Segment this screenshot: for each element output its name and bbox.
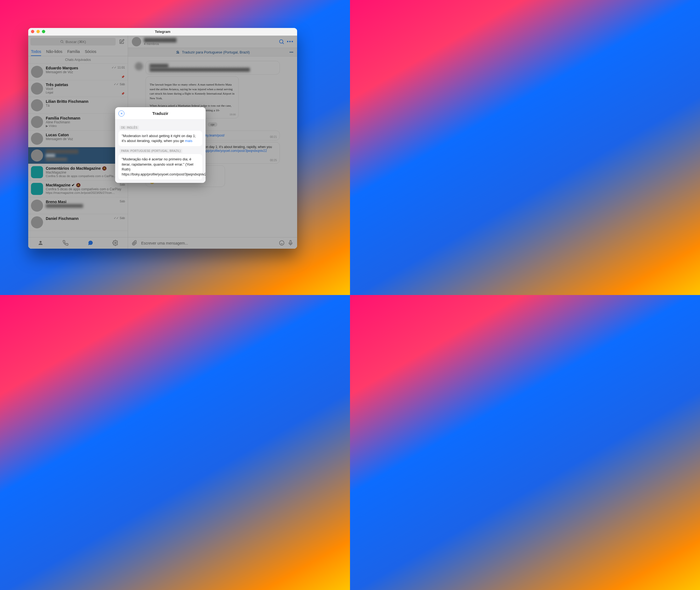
from-language-label: DE: INGLÊS (119, 125, 139, 130)
modal-title: Traduzir (152, 111, 168, 116)
modal-body: DE: INGLÊS "Moderation isn't about getti… (115, 119, 206, 183)
close-window-button[interactable] (31, 30, 34, 33)
app-body: Buscar (⌘K) Todos Não-lidos Família Sóci… (28, 36, 297, 249)
traffic-lights[interactable] (31, 30, 45, 33)
modal-header: ✕ Traduzir (115, 107, 206, 119)
desktop-wallpaper: Telegram Buscar (⌘K) Todos Não-lidos (0, 0, 350, 295)
target-text-box[interactable]: "Moderação não é acertar no primeiro dia… (118, 154, 202, 180)
show-more-button[interactable]: mais (185, 139, 193, 143)
maximize-window-button[interactable] (42, 30, 45, 33)
minimize-window-button[interactable] (36, 30, 40, 33)
target-text: "Moderação não é acertar no primeiro dia… (122, 157, 206, 176)
app-title: Telegram (155, 30, 170, 34)
to-language-label: PARA: PORTUGUESE (PORTUGAL, BRAZIL) (119, 149, 182, 153)
source-text-box[interactable]: "Moderation isn't about getting it right… (118, 131, 202, 146)
translate-modal: ✕ Traduzir DE: INGLÊS "Moderation isn't … (115, 107, 206, 183)
titlebar: Telegram (28, 28, 297, 36)
close-modal-button[interactable]: ✕ (118, 110, 124, 116)
app-window: Telegram Buscar (⌘K) Todos Não-lidos (28, 28, 297, 249)
